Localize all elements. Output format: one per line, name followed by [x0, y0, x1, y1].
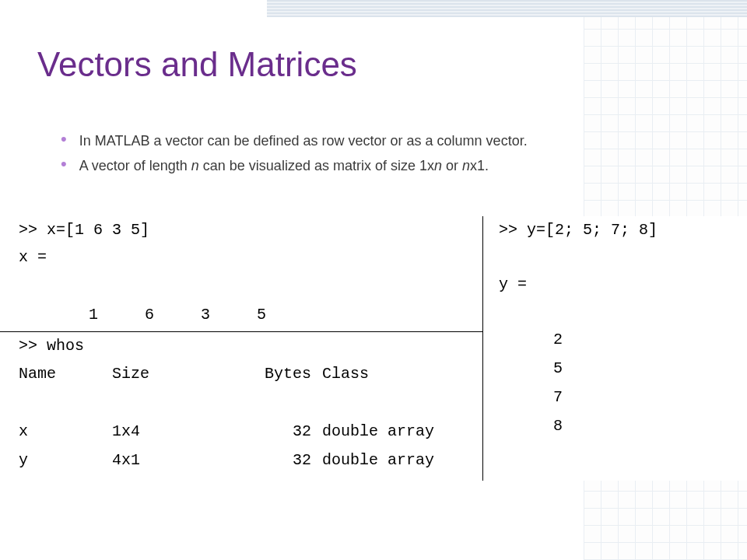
- bullet-text: In MATLAB a vector can be defined as row…: [79, 131, 528, 151]
- cell-class: double array: [322, 422, 482, 440]
- cell-bytes: 32: [229, 422, 322, 440]
- col-bytes: Bytes: [229, 365, 322, 383]
- bullet-icon: •: [61, 131, 67, 151]
- bullet-icon: •: [61, 156, 67, 176]
- code-blank: [499, 298, 747, 325]
- y-value: 8: [553, 411, 747, 440]
- text-segment: or: [442, 158, 462, 173]
- code-panel: >> x=[1 6 3 5] x = 1 6 3 5 >> whos Name …: [0, 216, 747, 481]
- code-line: >> y=[2; 5; 7; 8]: [499, 216, 747, 243]
- code-blank: [499, 243, 747, 271]
- col-name: Name: [19, 365, 112, 383]
- y-value: 5: [553, 354, 747, 383]
- col-class: Class: [322, 365, 482, 383]
- code-line: y =: [499, 271, 747, 298]
- bullet-text: A vector of length n can be visualized a…: [79, 156, 489, 176]
- cell-name: y: [19, 451, 112, 469]
- code-line: >> x=[1 6 3 5]: [0, 216, 482, 243]
- code-blank: [0, 271, 482, 298]
- row-vector-panel: >> x=[1 6 3 5] x = 1 6 3 5 >> whos Name …: [0, 216, 482, 481]
- text-segment: A vector of length: [79, 158, 191, 173]
- whos-table: Name Size Bytes Class x 1x4 32 double ar…: [0, 359, 482, 474]
- cell-size: 1x4: [112, 422, 229, 440]
- italic-n: n: [191, 158, 199, 173]
- italic-n: n: [462, 158, 470, 173]
- table-header: Name Size Bytes Class: [19, 359, 482, 388]
- slide-title: Vectors and Matrices: [37, 45, 357, 84]
- y-values: 2 5 7 8: [499, 325, 747, 440]
- cell-class: double array: [322, 451, 482, 469]
- code-line: >> whos: [0, 332, 482, 359]
- bullet-item: • In MATLAB a vector can be defined as r…: [61, 131, 621, 151]
- y-value: 2: [553, 325, 747, 354]
- cell-bytes: 32: [229, 451, 322, 469]
- bullet-item: • A vector of length n can be visualized…: [61, 156, 621, 176]
- cell-size: 4x1: [112, 451, 229, 469]
- text-segment: can be visualized as matrix of size 1x: [199, 158, 434, 173]
- cell-name: x: [19, 422, 112, 440]
- table-row: y 4x1 32 double array: [19, 446, 482, 474]
- table-blank: [19, 388, 482, 417]
- y-value: 7: [553, 383, 747, 411]
- text-segment: x1.: [470, 158, 489, 173]
- code-values: 1 6 3 5: [0, 298, 482, 331]
- col-size: Size: [112, 365, 229, 383]
- code-line: x =: [0, 243, 482, 271]
- column-vector-panel: >> y=[2; 5; 7; 8] y = 2 5 7 8: [482, 216, 747, 481]
- italic-n: n: [434, 158, 442, 173]
- header-pattern: [267, 0, 747, 17]
- table-row: x 1x4 32 double array: [19, 417, 482, 446]
- bullet-list: • In MATLAB a vector can be defined as r…: [61, 131, 621, 180]
